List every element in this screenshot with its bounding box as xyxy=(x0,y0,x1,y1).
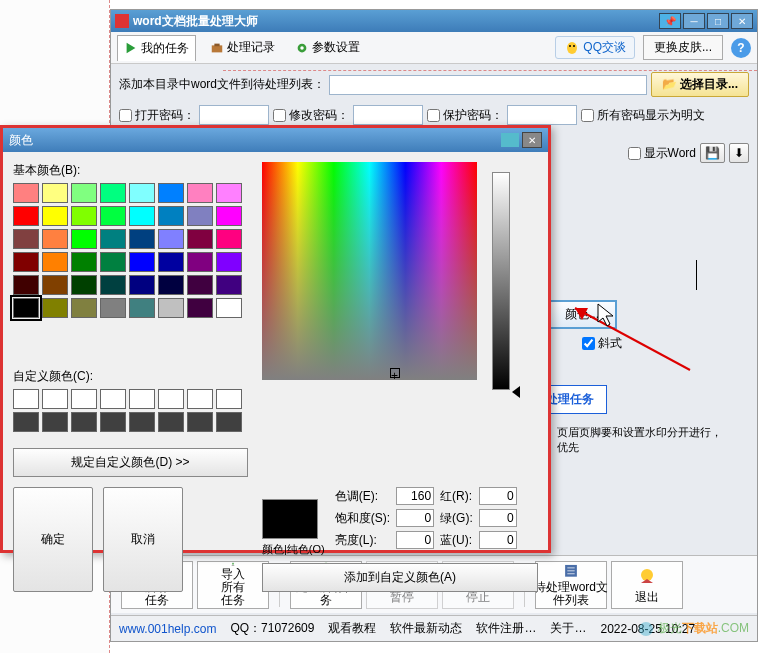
basic-swatch[interactable] xyxy=(13,252,39,272)
custom-swatch[interactable] xyxy=(42,412,68,432)
basic-swatch[interactable] xyxy=(187,183,213,203)
status-news[interactable]: 软件最新动态 xyxy=(390,620,462,637)
lum-input[interactable] xyxy=(396,531,434,549)
basic-swatch[interactable] xyxy=(187,275,213,295)
basic-swatch[interactable] xyxy=(129,275,155,295)
basic-swatch[interactable] xyxy=(216,275,242,295)
blue-input[interactable] xyxy=(479,531,517,549)
basic-swatch[interactable] xyxy=(158,275,184,295)
window-minimize[interactable]: ─ xyxy=(683,13,705,29)
basic-swatch[interactable] xyxy=(158,183,184,203)
color-button[interactable]: 颜色... xyxy=(547,300,617,329)
tab-history[interactable]: 处理记录 xyxy=(204,35,281,60)
basic-swatch[interactable] xyxy=(158,298,184,318)
download-icon-button[interactable]: ⬇ xyxy=(729,143,749,163)
basic-swatch[interactable] xyxy=(100,275,126,295)
prot-pwd-input[interactable] xyxy=(507,105,577,125)
red-input[interactable] xyxy=(479,487,517,505)
basic-swatch[interactable] xyxy=(71,298,97,318)
tab-mytasks[interactable]: 我的任务 xyxy=(117,35,196,61)
status-tutorial[interactable]: 观看教程 xyxy=(328,620,376,637)
custom-swatch[interactable] xyxy=(129,389,155,409)
basic-swatch[interactable] xyxy=(187,229,213,249)
basic-swatch[interactable] xyxy=(187,206,213,226)
custom-swatch[interactable] xyxy=(216,389,242,409)
basic-swatch[interactable] xyxy=(42,206,68,226)
custom-swatch[interactable] xyxy=(158,389,184,409)
mod-pwd-check[interactable]: 修改密码： xyxy=(273,107,349,124)
color-gradient-picker[interactable]: + xyxy=(262,162,477,380)
custom-swatch[interactable] xyxy=(187,412,213,432)
custom-swatch[interactable] xyxy=(216,412,242,432)
select-dir-button[interactable]: 📂 选择目录... xyxy=(651,72,749,97)
basic-swatch[interactable] xyxy=(13,183,39,203)
add-custom-button[interactable]: 添加到自定义颜色(A) xyxy=(262,563,538,592)
basic-swatch[interactable] xyxy=(216,229,242,249)
basic-swatch[interactable] xyxy=(129,252,155,272)
status-site[interactable]: www.001help.com xyxy=(119,622,216,636)
basic-swatch[interactable] xyxy=(13,229,39,249)
basic-swatch[interactable] xyxy=(71,206,97,226)
basic-swatch[interactable] xyxy=(158,252,184,272)
define-custom-button[interactable]: 规定自定义颜色(D) >> xyxy=(13,448,248,477)
status-about[interactable]: 关于… xyxy=(550,620,586,637)
basic-swatch[interactable] xyxy=(100,298,126,318)
custom-swatch[interactable] xyxy=(71,412,97,432)
basic-swatch[interactable] xyxy=(100,252,126,272)
basic-swatch[interactable] xyxy=(13,206,39,226)
open-pwd-input[interactable] xyxy=(199,105,269,125)
basic-swatch[interactable] xyxy=(216,183,242,203)
basic-swatch[interactable] xyxy=(129,229,155,249)
color-dialog-help-icon[interactable] xyxy=(501,133,519,147)
basic-swatch[interactable] xyxy=(42,252,68,272)
dir-input[interactable] xyxy=(329,75,647,95)
custom-swatch[interactable] xyxy=(100,389,126,409)
basic-swatch[interactable] xyxy=(42,229,68,249)
basic-swatch[interactable] xyxy=(100,229,126,249)
basic-swatch[interactable] xyxy=(216,252,242,272)
tab-settings[interactable]: 参数设置 xyxy=(289,35,366,60)
custom-swatch[interactable] xyxy=(158,412,184,432)
color-dialog-close[interactable]: ✕ xyxy=(522,132,542,148)
basic-swatch[interactable] xyxy=(216,206,242,226)
cancel-button[interactable]: 取消 xyxy=(103,487,183,592)
basic-swatch[interactable] xyxy=(71,183,97,203)
custom-swatch[interactable] xyxy=(42,389,68,409)
exit-button[interactable]: 退出 xyxy=(611,561,683,609)
italic-check[interactable]: 斜式 xyxy=(582,335,622,352)
help-icon[interactable]: ? xyxy=(731,38,751,58)
basic-swatch[interactable] xyxy=(42,298,68,318)
custom-swatch[interactable] xyxy=(129,412,155,432)
custom-swatch[interactable] xyxy=(100,412,126,432)
save-icon-button[interactable]: 💾 xyxy=(700,143,725,163)
mod-pwd-input[interactable] xyxy=(353,105,423,125)
status-register[interactable]: 软件注册… xyxy=(476,620,536,637)
window-maximize[interactable]: □ xyxy=(707,13,729,29)
hue-input[interactable] xyxy=(396,487,434,505)
window-pin-icon[interactable]: 📌 xyxy=(659,13,681,29)
qq-chat-button[interactable]: QQ交谈 xyxy=(555,36,635,59)
basic-swatch[interactable] xyxy=(13,298,39,318)
basic-swatch[interactable] xyxy=(187,298,213,318)
basic-swatch[interactable] xyxy=(71,275,97,295)
basic-swatch[interactable] xyxy=(71,229,97,249)
sat-input[interactable] xyxy=(396,509,434,527)
basic-swatch[interactable] xyxy=(42,183,68,203)
custom-swatch[interactable] xyxy=(13,389,39,409)
basic-swatch[interactable] xyxy=(100,183,126,203)
basic-swatch[interactable] xyxy=(129,183,155,203)
basic-swatch[interactable] xyxy=(100,206,126,226)
basic-swatch[interactable] xyxy=(187,252,213,272)
custom-swatch[interactable] xyxy=(13,412,39,432)
basic-swatch[interactable] xyxy=(13,275,39,295)
basic-swatch[interactable] xyxy=(71,252,97,272)
open-pwd-check[interactable]: 打开密码： xyxy=(119,107,195,124)
show-word-check[interactable]: 显示Word xyxy=(628,145,696,162)
custom-swatch[interactable] xyxy=(187,389,213,409)
green-input[interactable] xyxy=(479,509,517,527)
basic-swatch[interactable] xyxy=(158,206,184,226)
prot-pwd-check[interactable]: 保护密码： xyxy=(427,107,503,124)
basic-swatch[interactable] xyxy=(158,229,184,249)
basic-swatch[interactable] xyxy=(216,298,242,318)
basic-swatch[interactable] xyxy=(129,206,155,226)
